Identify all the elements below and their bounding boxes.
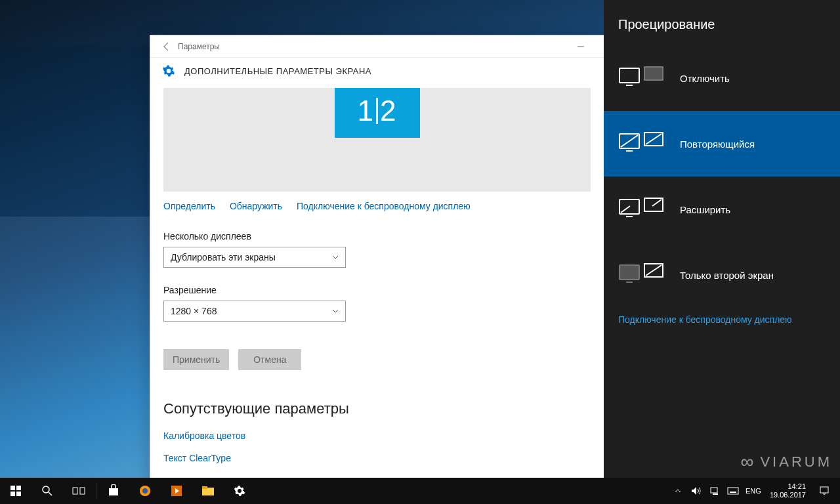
multi-displays-label: Несколько дисплеев xyxy=(163,231,591,242)
svg-rect-3 xyxy=(644,67,663,80)
project-option-extend[interactable]: Расширить xyxy=(604,177,840,242)
resolution-value: 840 × 504 xyxy=(171,306,217,316)
svg-rect-19 xyxy=(73,488,77,494)
wireless-display-link[interactable]: Подключение к беспроводному дисплею xyxy=(297,201,471,211)
related-settings-title: Сопутствующие параметры xyxy=(163,400,591,417)
svg-line-18 xyxy=(49,492,52,495)
back-button[interactable] xyxy=(156,35,178,58)
settings-content: 12 Определить Обнаружить Подключение к б… xyxy=(150,88,604,482)
flyout-title: Проецирование xyxy=(604,0,840,45)
flyout-wireless-link[interactable]: Подключение к беспроводному дисплею xyxy=(604,308,840,331)
store-app-icon[interactable] xyxy=(98,478,129,504)
watermark-text: VIARUM xyxy=(760,453,832,471)
svg-point-17 xyxy=(43,486,49,493)
bg-decor xyxy=(0,217,151,479)
settings-window: Параметры ДОПОЛНИТЕЛЬНЫЕ ПАРАМЕТРЫ ЭКРАН… xyxy=(150,35,604,482)
task-view-button[interactable] xyxy=(63,478,94,504)
chevron-down-icon xyxy=(332,254,339,261)
svg-rect-10 xyxy=(620,265,639,280)
display-combined-icon[interactable]: 12 xyxy=(335,88,420,138)
svg-rect-33 xyxy=(730,492,736,493)
language-indicator[interactable]: ENG xyxy=(742,487,765,495)
disconnect-icon xyxy=(618,63,665,93)
project-option-label: Расширить xyxy=(680,204,730,215)
detect-link[interactable]: Обнаружить xyxy=(230,201,282,211)
svg-rect-21 xyxy=(109,488,118,495)
media-app-icon[interactable] xyxy=(161,478,192,504)
start-button[interactable] xyxy=(0,478,32,504)
svg-rect-30 xyxy=(713,494,718,495)
page-title: ДОПОЛНИТЕЛЬНЫЕ ПАРАМЕТРЫ ЭКРАНА xyxy=(184,66,371,76)
duplicate-icon xyxy=(618,129,665,159)
color-calibration-link[interactable]: Калибровка цветов xyxy=(163,430,591,441)
multi-displays-value: Дублировать эти экраны xyxy=(171,252,276,262)
window-titlebar: Параметры xyxy=(150,35,604,58)
svg-marker-28 xyxy=(692,487,696,495)
taskbar-right: ENG 14:21 19.06.2017 xyxy=(669,478,840,504)
project-option-disconnect[interactable]: Отключить xyxy=(604,45,840,111)
gear-icon xyxy=(162,64,175,77)
explorer-app-icon[interactable] xyxy=(192,478,224,504)
clock[interactable]: 14:21 19.06.2017 xyxy=(765,482,811,499)
action-center-icon[interactable] xyxy=(811,478,837,504)
clock-date: 19.06.2017 xyxy=(770,491,806,499)
desktop-screen: Параметры ДОПОЛНИТЕЛЬНЫЕ ПАРАМЕТРЫ ЭКРАН… xyxy=(0,0,840,504)
projection-flyout: Проецирование Отключить xyxy=(604,0,840,478)
project-option-duplicate[interactable]: Повторяющийся xyxy=(604,111,840,177)
svg-rect-29 xyxy=(711,488,717,493)
chevron-down-icon xyxy=(332,308,339,314)
svg-rect-31 xyxy=(728,488,738,494)
svg-rect-13 xyxy=(10,486,15,490)
resolution-label: Разрешение xyxy=(163,285,591,295)
taskbar-separator xyxy=(96,483,96,499)
keyboard-icon[interactable] xyxy=(724,478,742,504)
volume-icon[interactable] xyxy=(687,478,705,504)
cleartype-link[interactable]: Текст ClearType xyxy=(163,453,591,463)
settings-app-icon[interactable] xyxy=(224,478,255,504)
page-header: ДОПОЛНИТЕЛЬНЫЕ ПАРАМЕТРЫ ЭКРАНА xyxy=(150,58,604,88)
taskbar-left xyxy=(0,478,255,504)
taskbar: ENG 14:21 19.06.2017 xyxy=(0,478,840,504)
search-button[interactable] xyxy=(32,478,63,504)
apply-button[interactable]: Применить xyxy=(163,349,229,370)
svg-rect-27 xyxy=(202,486,207,489)
clock-time: 14:21 xyxy=(770,482,806,491)
project-option-second-only[interactable]: Только второй экран xyxy=(604,242,840,308)
svg-rect-16 xyxy=(16,492,21,496)
firefox-app-icon[interactable] xyxy=(129,478,161,504)
display-preview[interactable]: 12 xyxy=(163,88,591,192)
resolution-dropdown[interactable]: 840 × 504 xyxy=(163,301,346,322)
window-title: Параметры xyxy=(178,42,220,51)
watermark: ∞ VIARUM xyxy=(740,452,832,472)
cancel-button[interactable]: Отмена xyxy=(238,349,301,370)
extend-icon xyxy=(618,194,665,224)
tray-chevron-icon[interactable] xyxy=(669,478,687,504)
bg-decor xyxy=(0,46,151,217)
action-buttons: Применить Отмена xyxy=(163,349,591,370)
multi-displays-dropdown[interactable]: Дублировать эти экраны xyxy=(163,247,346,268)
infinity-icon: ∞ xyxy=(740,452,756,472)
project-option-label: Только второй экран xyxy=(680,270,774,281)
svg-rect-20 xyxy=(80,488,85,494)
minimize-button[interactable] xyxy=(566,35,596,58)
identify-link[interactable]: Определить xyxy=(163,201,215,211)
project-option-label: Повторяющийся xyxy=(680,138,755,150)
network-icon[interactable] xyxy=(705,478,724,504)
display-actions: Определить Обнаружить Подключение к бесп… xyxy=(163,192,591,214)
svg-rect-14 xyxy=(16,486,21,490)
project-option-label: Отключить xyxy=(680,73,730,84)
svg-rect-1 xyxy=(620,68,639,83)
svg-rect-34 xyxy=(820,487,828,493)
svg-rect-15 xyxy=(10,492,15,496)
svg-point-23 xyxy=(142,488,148,494)
second-only-icon xyxy=(618,260,665,290)
